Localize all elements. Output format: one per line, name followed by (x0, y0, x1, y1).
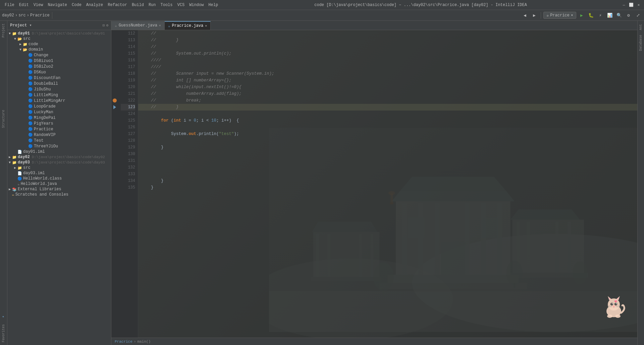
tree-item-external-libs[interactable]: ▶ 📚 External Libraries (7, 187, 111, 192)
minimize-button[interactable]: — (621, 2, 627, 8)
class-icon: 🔵 (28, 87, 33, 91)
tree-item-pigyears[interactable]: ▶ 🔵 PigYears (7, 121, 111, 126)
tree-item-day02[interactable]: ▶ 📁 day02 D:\java\project\basics\code\da… (7, 154, 111, 160)
gutter-line-127 (111, 131, 118, 137)
tab-guessnumber[interactable]: ☕ GuessNumber.java ✕ (111, 21, 165, 30)
tree-item-d5bizuo2[interactable]: ▶ 🔵 D5BiZuo2 (7, 64, 111, 69)
expand-arrow-icon: ▼ (7, 32, 12, 36)
run-config-dropdown[interactable]: ☕ Pracrice ▾ (543, 12, 576, 19)
tree-item-src1[interactable]: ▼ 📂 src (7, 36, 111, 42)
iml-icon: 📄 (17, 150, 22, 154)
close-tab-icon[interactable]: ✕ (159, 23, 161, 27)
tree-item-code[interactable]: ▶ 📁 code (7, 42, 111, 47)
gutter-line-120 (111, 84, 118, 90)
tree-item-littleming[interactable]: ▶ 🔵 LittleMing (7, 92, 111, 98)
menu-help[interactable]: Help (206, 2, 220, 8)
tree-item-discountfan[interactable]: ▶ 🔵 DiscountFan (7, 75, 111, 81)
ln-112: 112 (121, 30, 135, 37)
menu-edit[interactable]: Edit (17, 2, 31, 8)
settings-button[interactable]: ⚙ (625, 11, 633, 19)
tree-item-helloworld-java[interactable]: ▶ ☕ HelloWorld.java (7, 181, 111, 187)
tree-item-test[interactable]: ▶ 🔵 Test (7, 138, 111, 143)
tree-item-day03[interactable]: ▼ 📁 day03 D:\java\project\basics\code\da… (7, 160, 111, 165)
ant-tab[interactable]: Ant (638, 22, 643, 32)
menu-code[interactable]: Code (70, 2, 84, 8)
tab-pracrice[interactable]: ☕ Pracrice.java ✕ (165, 21, 211, 30)
tree-item-day03-iml[interactable]: ▶ 📄 day03.iml (7, 170, 111, 176)
breadcrumb-src[interactable]: src (18, 13, 26, 18)
menu-run[interactable]: Run (147, 2, 158, 8)
favorites-tab[interactable]: ★ (0, 313, 7, 322)
search-everywhere-button[interactable]: 🔍 (615, 11, 623, 19)
tree-item-mingdepai[interactable]: ▶ 🔵 MingDePai (7, 115, 111, 121)
maximize-button[interactable]: ⬜ (629, 2, 634, 8)
tree-item-doubleball[interactable]: ▶ 🔵 DoubleBall (7, 81, 111, 86)
ln-113: 113 (121, 37, 135, 44)
tab-label-pracrice: Pracrice.java (172, 23, 204, 28)
expand-arrow-icon: ▼ (13, 37, 17, 41)
tree-item-d5kuo[interactable]: ▶ 🔵 D5Kuo (7, 69, 111, 75)
project-sidebar-tab[interactable]: Project (0, 21, 7, 40)
menu-file[interactable]: File (3, 2, 16, 8)
tree-item-helloworld-class[interactable]: ▶ 🔵 HelloWorld.class (7, 176, 111, 181)
code-line-125: for ( int i = 0 ; i < 10 ; i++) { (138, 117, 637, 124)
close-button[interactable]: ✕ (636, 2, 641, 8)
expand-button[interactable]: ⤢ (634, 11, 642, 19)
tree-item-randomvip[interactable]: ▶ 🔵 RandomVIP (7, 132, 111, 138)
debug-button[interactable]: 🐛 (587, 11, 595, 19)
tree-item-domain[interactable]: ▼ 📂 domain (7, 47, 111, 52)
tree-item-luckyman[interactable]: ▶ 🔵 LuckyMan (7, 109, 111, 115)
tree-item-practice[interactable]: ▶ 🔵 Practice (7, 126, 111, 132)
tree-item-scratches[interactable]: ▶ ✏ Scratches and Consoles (7, 192, 111, 197)
tree-item-day01[interactable]: ▼ 📁 day01 D:\java\project\basics\code\da… (7, 31, 111, 36)
project-tree: ▼ 📁 day01 D:\java\project\basics\code\da… (7, 30, 111, 345)
tree-item-day01-iml[interactable]: ▶ 📄 day01.iml (7, 149, 111, 154)
breadcrumb-day02[interactable]: day02 (2, 13, 14, 18)
gutter-line-131 (111, 157, 118, 164)
forward-nav-button[interactable]: ▶ (530, 11, 538, 19)
tree-item-d5bizuo1[interactable]: ▶ 🔵 D5Bizuo1 (7, 58, 111, 64)
ln-134: 134 (121, 178, 135, 184)
editor-breadcrumb-pracrice[interactable]: Pracrice (115, 340, 132, 344)
code-content[interactable]: // // } // // System.out.println(c); ///… (138, 30, 637, 338)
structure-tab[interactable]: Structure (0, 107, 7, 131)
menu-bar[interactable]: File Edit View Navigate Code Analyze Ref… (3, 2, 220, 8)
settings-tree-button[interactable]: ⚙ (106, 23, 108, 27)
gutter-line-123 (111, 104, 118, 111)
editor-breadcrumb-main[interactable]: main() (137, 340, 151, 344)
tree-item-jioushu[interactable]: ▶ 🔵 JiOuShu (7, 86, 111, 92)
tree-item-change[interactable]: ▶ 🔵 Change (7, 52, 111, 58)
class-icon: 🔵 (28, 64, 33, 69)
window-controls[interactable]: — ⬜ ✕ (621, 2, 641, 8)
menu-tools[interactable]: Tools (159, 2, 175, 8)
tree-item-loopgrade[interactable]: ▶ 🔵 LoopGrade (7, 104, 111, 109)
gutter-line-113 (111, 37, 118, 44)
profile-button[interactable]: 📊 (606, 11, 614, 19)
menu-refactor[interactable]: Refactor (106, 2, 129, 8)
class-icon: 🔵 (28, 110, 33, 114)
ln-124: 124 (121, 111, 135, 117)
expand-arrow-icon: ▼ (7, 161, 12, 164)
expand-arrow-icon: ▶ (7, 187, 12, 191)
menu-analyze[interactable]: Analyze (84, 2, 105, 8)
close-tab-icon[interactable]: ✕ (205, 24, 207, 28)
run-button[interactable]: ▶ (578, 11, 586, 19)
favorites-label-tab[interactable]: Favorites (0, 322, 7, 345)
toolbar-separator (52, 12, 52, 19)
tree-item-src3[interactable]: ▶ 📁 src (7, 165, 111, 170)
tree-item-threeyjiou[interactable]: ▶ 🔵 ThreeYJiOu (7, 143, 111, 149)
menu-build[interactable]: Build (130, 2, 146, 8)
tree-item-littlemingarr[interactable]: ▶ 🔵 LittleMingArr (7, 98, 111, 104)
gutter-line-115 (111, 50, 118, 57)
database-tab[interactable]: Database (638, 33, 643, 53)
menu-window[interactable]: Window (187, 2, 206, 8)
menu-vcs[interactable]: VCS (175, 2, 187, 8)
run-controls: ◀ ▶ ☕ Pracrice ▾ ▶ 🐛 ⚡ 📊 🔍 ⚙ ⤢ (521, 11, 642, 19)
menu-view[interactable]: View (32, 2, 45, 8)
collapse-all-button[interactable]: ⊟ (103, 23, 105, 27)
menu-navigate[interactable]: Navigate (46, 2, 69, 8)
code-line-135: } (138, 184, 637, 191)
back-nav-button[interactable]: ◀ (521, 11, 529, 19)
coverage-button[interactable]: ⚡ (596, 11, 604, 19)
breadcrumb-pracrice[interactable]: Pracrice (30, 13, 50, 18)
